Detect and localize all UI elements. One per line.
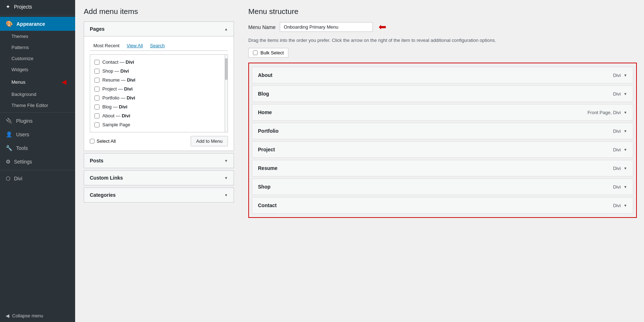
bulk-select-checkbox[interactable] xyxy=(253,50,258,55)
blog-chevron-icon: ▼ xyxy=(624,92,627,96)
sidebar-item-menus[interactable]: Menus ◀ xyxy=(0,75,75,89)
pages-scrollbar-thumb xyxy=(225,58,228,80)
list-item: About — Divi xyxy=(92,111,226,120)
sidebar-item-divi[interactable]: ⬡ Divi xyxy=(0,172,75,185)
pages-accordion: Pages ▲ Most Recent View All Search xyxy=(84,21,234,151)
page-checkbox-project[interactable] xyxy=(94,87,99,92)
menu-item-resume[interactable]: Resume Divi ▼ xyxy=(252,160,633,176)
about-chevron-icon: ▼ xyxy=(624,73,627,77)
categories-accordion: Categories ▼ xyxy=(84,187,234,203)
menu-item-contact[interactable]: Contact Divi ▼ xyxy=(252,197,633,214)
menu-item-portfolio[interactable]: Portfolio Divi ▼ xyxy=(252,123,633,139)
page-checkbox-about[interactable] xyxy=(94,113,99,118)
contact-chevron-icon: ▼ xyxy=(624,204,627,208)
main-content: Add menu items Pages ▲ Most Recent View … xyxy=(75,0,644,322)
portfolio-chevron-icon: ▼ xyxy=(624,129,627,133)
list-item: Portfolio — Divi xyxy=(92,93,226,102)
list-item: Resume — Divi xyxy=(92,75,226,84)
list-item: Sample Page xyxy=(92,120,226,129)
sidebar-item-background[interactable]: Background xyxy=(0,89,75,100)
sidebar-divider xyxy=(0,15,75,15)
pages-list-inner: Contact — Divi Shop — Divi Resume — Divi xyxy=(90,55,228,132)
list-item: Contact — Divi xyxy=(92,58,226,67)
resume-chevron-icon: ▼ xyxy=(624,166,627,170)
page-checkbox-portfolio[interactable] xyxy=(94,96,99,101)
list-item: Blog — Divi xyxy=(92,102,226,111)
custom-links-accordion: Custom Links ▼ xyxy=(84,170,234,185)
pages-list: Contact — Divi Shop — Divi Resume — Divi xyxy=(90,54,228,132)
collapse-icon: ◀ xyxy=(6,313,9,318)
menu-name-row: Menu Name ⬅ xyxy=(248,21,637,33)
sidebar-divider-2 xyxy=(0,112,75,113)
custom-links-chevron-icon: ▼ xyxy=(224,176,228,180)
divi-icon: ⬡ xyxy=(6,175,10,182)
sidebar: ✦ Projects 🎨 Appearance Themes Patterns … xyxy=(0,0,75,322)
bulk-select-row: Bulk Select xyxy=(248,48,637,58)
menu-name-input[interactable] xyxy=(280,22,373,32)
sidebar-item-plugins[interactable]: 🔌 Plugins xyxy=(0,114,75,128)
pages-footer: Select All Add to Menu xyxy=(90,136,228,146)
tab-view-all[interactable]: View All xyxy=(123,41,146,50)
menu-item-blog[interactable]: Blog Divi ▼ xyxy=(252,86,633,102)
page-content: Add menu items Pages ▲ Most Recent View … xyxy=(75,0,644,322)
page-checkbox-blog[interactable] xyxy=(94,104,99,109)
sidebar-item-users[interactable]: 👤 Users xyxy=(0,128,75,141)
bulk-select-button[interactable]: Bulk Select xyxy=(248,48,288,58)
menu-items-container: About Divi ▼ Blog Divi ▼ Home xyxy=(248,63,637,218)
collapse-menu[interactable]: ◀ Collapse menu xyxy=(0,309,75,322)
menu-instruction: Drag the items into the order you prefer… xyxy=(248,38,570,43)
sidebar-item-settings[interactable]: ⚙ Settings xyxy=(0,155,75,169)
posts-accordion: Posts ▼ xyxy=(84,153,234,168)
right-panel: Menu structure Menu Name ⬅ Drag the item… xyxy=(234,7,637,315)
tools-icon: 🔧 xyxy=(6,145,13,151)
pages-accordion-header[interactable]: Pages ▲ xyxy=(84,22,234,36)
users-icon: 👤 xyxy=(6,131,13,138)
categories-chevron-icon: ▼ xyxy=(224,193,228,197)
sidebar-item-appearance[interactable]: 🎨 Appearance xyxy=(0,17,75,31)
list-item: Project — Divi xyxy=(92,84,226,93)
projects-icon: ✦ xyxy=(6,4,10,10)
tab-most-recent[interactable]: Most Recent xyxy=(90,41,123,50)
menu-structure-title: Menu structure xyxy=(248,7,637,16)
appearance-icon: 🎨 xyxy=(6,20,13,27)
select-all-row: Select All xyxy=(90,138,116,144)
menu-name-arrow: ⬅ xyxy=(379,21,386,33)
categories-accordion-header[interactable]: Categories ▼ xyxy=(84,188,234,202)
page-checkbox-sample[interactable] xyxy=(94,122,99,127)
page-checkbox-resume[interactable] xyxy=(94,78,99,83)
sidebar-item-customize[interactable]: Customize xyxy=(0,53,75,64)
add-to-menu-button[interactable]: Add to Menu xyxy=(191,136,228,146)
sidebar-item-themes[interactable]: Themes xyxy=(0,31,75,42)
menu-name-label: Menu Name xyxy=(248,24,275,30)
home-chevron-icon: ▼ xyxy=(624,111,627,114)
menus-arrow-indicator: ◀ xyxy=(62,78,67,86)
sidebar-item-tools[interactable]: 🔧 Tools xyxy=(0,141,75,155)
project-chevron-icon: ▼ xyxy=(624,148,627,152)
pages-chevron-icon: ▲ xyxy=(224,27,228,31)
menu-item-about[interactable]: About Divi ▼ xyxy=(252,67,633,83)
list-item: Shop — Divi xyxy=(92,67,226,75)
pages-scrollbar[interactable] xyxy=(225,55,228,132)
add-menu-items-title: Add menu items xyxy=(84,7,234,16)
sidebar-item-projects[interactable]: ✦ Projects xyxy=(0,0,75,14)
settings-icon: ⚙ xyxy=(6,158,10,165)
menu-item-home[interactable]: Home Front Page, Divi ▼ xyxy=(252,104,633,121)
tab-search[interactable]: Search xyxy=(146,41,168,50)
page-checkbox-contact[interactable] xyxy=(94,60,99,65)
sidebar-item-theme-file-editor[interactable]: Theme File Editor xyxy=(0,100,75,111)
custom-links-accordion-header[interactable]: Custom Links ▼ xyxy=(84,171,234,185)
page-checkbox-shop[interactable] xyxy=(94,69,99,74)
sidebar-item-patterns[interactable]: Patterns xyxy=(0,42,75,53)
menu-item-shop[interactable]: Shop Divi ▼ xyxy=(252,179,633,195)
plugins-icon: 🔌 xyxy=(6,118,13,124)
shop-chevron-icon: ▼ xyxy=(624,185,627,189)
left-panel: Add menu items Pages ▲ Most Recent View … xyxy=(84,7,234,315)
pages-accordion-body: Most Recent View All Search Contact — Di… xyxy=(84,36,234,151)
sidebar-item-widgets[interactable]: Widgets xyxy=(0,64,75,75)
posts-accordion-header[interactable]: Posts ▼ xyxy=(84,153,234,168)
pages-tabs: Most Recent View All Search xyxy=(90,41,228,51)
select-all-checkbox[interactable] xyxy=(90,139,94,143)
menu-item-project[interactable]: Project Divi ▼ xyxy=(252,141,633,158)
posts-chevron-icon: ▼ xyxy=(224,159,228,163)
sidebar-divider-3 xyxy=(0,170,75,170)
